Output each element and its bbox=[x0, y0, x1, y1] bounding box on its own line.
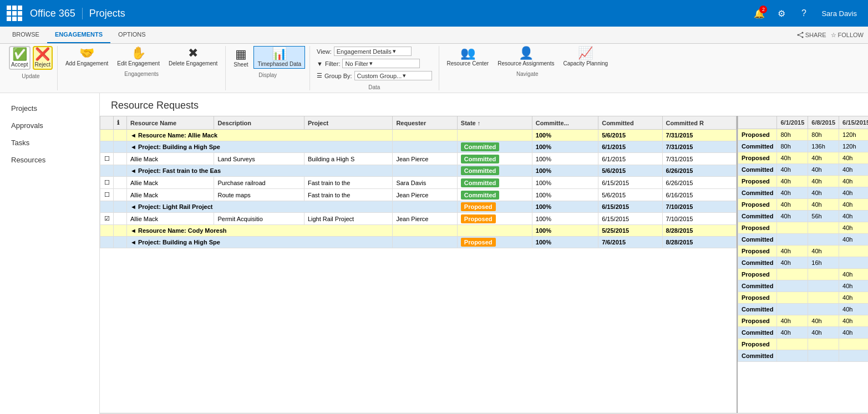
office-label: Office 365 bbox=[28, 8, 83, 19]
right-label-cell: Committed bbox=[738, 280, 777, 292]
right-v2-cell: 16h bbox=[808, 257, 839, 269]
right-table-row: Proposed 40h 40h bbox=[738, 246, 869, 257]
sidebar-item-approvals[interactable]: Approvals bbox=[0, 117, 99, 134]
groupby-dropdown-arrow: ▾ bbox=[403, 72, 406, 79]
right-label-cell: Proposed bbox=[738, 315, 777, 327]
right-v2-cell: 40h bbox=[808, 187, 839, 199]
resource-center-button[interactable]: 👥 Resource Center bbox=[444, 46, 493, 68]
capacity-planning-button[interactable]: 📈 Capacity Planning bbox=[560, 46, 611, 68]
left-table-container[interactable]: ℹ Resource Name Description Project Requ… bbox=[100, 116, 738, 413]
tab-options[interactable]: OPTIONS bbox=[110, 27, 154, 43]
filter-icon: ▼ bbox=[317, 60, 323, 67]
resource-center-icon: 👥 bbox=[460, 47, 475, 59]
project-name-cell: ◄ Project: Building a High Spe bbox=[127, 237, 393, 248]
state-badge: Committed bbox=[461, 155, 499, 163]
checkbox-cell[interactable]: ☐ bbox=[100, 153, 114, 165]
right-v1-cell bbox=[777, 350, 808, 362]
right-v1-cell: 40h bbox=[777, 327, 808, 339]
timephased-button[interactable]: 📊 Timephased Data bbox=[253, 46, 305, 69]
right-v3-cell: 40h bbox=[839, 176, 868, 187]
right-v2-cell: 40h bbox=[808, 315, 839, 327]
right-table-row: Proposed 40h 40h 40h 40h bbox=[738, 315, 869, 327]
notification-icon[interactable]: 🔔 2 bbox=[749, 3, 769, 23]
right-label-cell: Proposed bbox=[738, 222, 777, 234]
right-col-d3: 6/15/2015 bbox=[839, 116, 868, 129]
checkbox-cell[interactable]: ☑ bbox=[100, 213, 114, 225]
tab-browse[interactable]: BROWSE bbox=[4, 27, 47, 43]
project-name-cell: ◄ Project: Building a High Spe bbox=[127, 141, 393, 153]
right-col-label bbox=[738, 116, 777, 129]
delete-engagement-icon: ✖ bbox=[188, 47, 198, 59]
follow-button[interactable]: ☆ FOLLOW bbox=[831, 32, 864, 39]
right-v1-cell: 40h bbox=[777, 246, 808, 257]
right-table-row: Proposed 40h 40h bbox=[738, 292, 869, 304]
right-col-d1: 6/1/2015 bbox=[777, 116, 808, 129]
checkbox-cell[interactable]: ☐ bbox=[100, 189, 114, 201]
view-label: View: bbox=[317, 48, 332, 55]
sidebar: Projects Approvals Tasks Resources bbox=[0, 93, 100, 414]
ribbon-tabs: BROWSE ENGAGEMENTS OPTIONS SHARE ☆ FOLLO… bbox=[0, 27, 868, 44]
right-v1-cell bbox=[777, 292, 808, 304]
right-label-cell: Proposed bbox=[738, 292, 777, 304]
right-table-row: Committed bbox=[738, 350, 869, 362]
right-v1-cell bbox=[777, 269, 808, 280]
view-dropdown[interactable]: Engagement Details ▾ bbox=[334, 47, 412, 56]
user-name[interactable]: Sara Davis bbox=[816, 9, 862, 18]
project-cell: Light Rail Project bbox=[304, 213, 392, 225]
settings-icon[interactable]: ⚙ bbox=[771, 3, 791, 23]
share-button[interactable]: SHARE bbox=[797, 32, 826, 38]
ribbon-toolbar: ✅ Accept ❌ Reject Update 🤝 Add Engagemen… bbox=[0, 44, 868, 93]
table-row[interactable]: ☑ Allie Mack Permit Acquisitio Light Rai… bbox=[100, 213, 737, 225]
reject-button[interactable]: ❌ Reject bbox=[33, 46, 53, 70]
col-checkbox bbox=[100, 116, 114, 130]
sheet-button[interactable]: ▦ Sheet bbox=[230, 47, 251, 69]
filter-dropdown[interactable]: No Filter ▾ bbox=[342, 59, 420, 68]
col-description: Description bbox=[214, 116, 304, 130]
right-v3-cell: 40h bbox=[839, 187, 868, 199]
ribbon-group-navigate: 👥 Resource Center 👤 Resource Assignments… bbox=[439, 46, 616, 90]
waffle-menu[interactable] bbox=[6, 4, 23, 22]
project-name-cell: ◄ Project: Fast train to the Eas bbox=[127, 165, 393, 177]
table-wrapper: ℹ Resource Name Description Project Requ… bbox=[100, 116, 868, 413]
groupby-dropdown[interactable]: Custom Group... ▾ bbox=[354, 71, 432, 80]
tab-engagements[interactable]: ENGAGEMENTS bbox=[47, 27, 110, 43]
right-v2-cell bbox=[808, 234, 839, 246]
checkbox-cell[interactable]: ☐ bbox=[100, 177, 114, 189]
right-col-d2: 6/8/2015 bbox=[808, 116, 839, 129]
table-row[interactable]: ☐ Allie Mack Route maps Fast train to th… bbox=[100, 189, 737, 201]
view-dropdown-arrow: ▾ bbox=[393, 48, 396, 55]
resource-cell: Allie Mack bbox=[127, 177, 214, 189]
resource-assignments-button[interactable]: 👤 Resource Assignments bbox=[494, 46, 557, 68]
edit-engagement-button[interactable]: ✋ Edit Engagement bbox=[114, 46, 163, 68]
display-group-label: Display bbox=[258, 72, 277, 78]
sidebar-item-resources[interactable]: Resources bbox=[0, 151, 99, 168]
table-row[interactable]: ☐ Allie Mack Purchase railroad Fast trai… bbox=[100, 177, 737, 189]
sidebar-item-tasks[interactable]: Tasks bbox=[0, 134, 99, 151]
add-engagement-button[interactable]: 🤝 Add Engagement bbox=[62, 46, 111, 68]
project-cell: Fast train to the bbox=[304, 189, 392, 201]
sidebar-item-projects[interactable]: Projects bbox=[0, 100, 99, 117]
state-badge: Committed bbox=[461, 142, 499, 151]
help-icon[interactable]: ? bbox=[794, 3, 814, 23]
right-v1-cell: 40h bbox=[777, 257, 808, 269]
right-label-cell: Committed bbox=[738, 141, 777, 152]
accept-button[interactable]: ✅ Accept bbox=[9, 46, 31, 70]
right-v1-cell: 40h bbox=[777, 176, 808, 187]
project-name-cell: ◄ Project: Light Rail Project bbox=[127, 201, 393, 213]
table-row[interactable]: ☐ Allie Mack Land Surveys Building a Hig… bbox=[100, 153, 737, 165]
filter-label: Filter: bbox=[325, 60, 341, 67]
state-badge: Proposed bbox=[461, 238, 496, 247]
sheet-icon: ▦ bbox=[235, 48, 247, 60]
right-v1-cell bbox=[777, 304, 808, 315]
top-bar: Office 365 Projects 🔔 2 ⚙ ? Sara Davis bbox=[0, 0, 868, 27]
right-table-row: Proposed 40h 40h 40h 40h bbox=[738, 199, 869, 211]
delete-engagement-button[interactable]: ✖ Delete Engagement bbox=[165, 46, 221, 68]
ribbon-group-display: ▦ Sheet 📊 Timephased Data Display bbox=[226, 46, 310, 90]
right-v2-cell bbox=[808, 222, 839, 234]
right-table-row: Proposed 40h 40h bbox=[738, 269, 869, 280]
resource-cell: Allie Mack bbox=[127, 213, 214, 225]
data-group-label: Data bbox=[368, 84, 380, 90]
app-label: Projects bbox=[83, 8, 750, 19]
right-table-container[interactable]: 6/1/2015 6/8/2015 6/15/2015 6/22/ Propos… bbox=[738, 116, 868, 413]
edit-engagement-icon: ✋ bbox=[131, 47, 146, 59]
